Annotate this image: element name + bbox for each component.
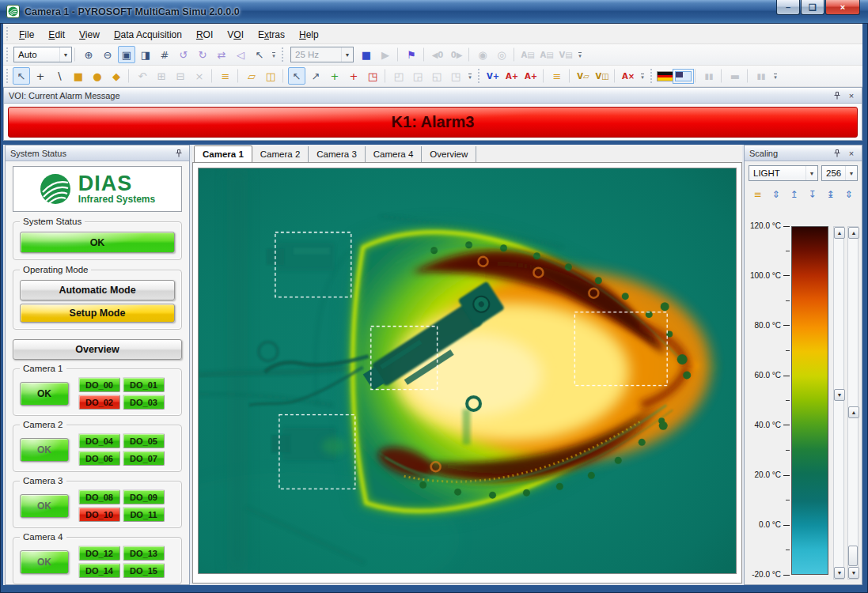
camera-ok-button[interactable]: OK [20, 382, 69, 406]
toolbar-grip[interactable] [6, 27, 9, 41]
do-indicator[interactable]: DO_07 [123, 451, 165, 466]
menu-voi[interactable]: VOI [220, 27, 251, 43]
close-icon[interactable]: × [846, 148, 857, 159]
menu-view[interactable]: View [72, 27, 107, 43]
toolbar-grip[interactable] [6, 69, 9, 83]
rect-roi-icon[interactable]: ■ [70, 67, 87, 85]
paste-icon[interactable]: ⊟ [172, 67, 189, 85]
do-indicator[interactable]: DO_10 [78, 507, 120, 522]
delete-voi-icon[interactable]: A× [620, 67, 637, 85]
frequency-select[interactable]: 25 Hz ▼ [290, 47, 354, 62]
point-roi-icon[interactable]: + [32, 67, 49, 85]
camera-ok-button[interactable]: OK [20, 550, 69, 574]
zoom-mode-select[interactable]: Auto ▼ [13, 47, 72, 62]
system-status-ok-button[interactable]: OK [20, 232, 175, 253]
open-voi-icon[interactable]: V▱ [574, 67, 592, 85]
tab-overview[interactable]: Overview [422, 146, 476, 162]
scroll-down-button[interactable]: ▼ [834, 567, 845, 579]
german-flag-icon[interactable] [657, 71, 673, 81]
save-data-icon[interactable]: A▤ [519, 46, 536, 63]
menu-edit[interactable]: Edit [41, 27, 72, 43]
tab-camera-4[interactable]: Camera 4 [366, 146, 423, 162]
save-reference-icon[interactable]: ◎ [493, 46, 510, 63]
save-voi-icon[interactable]: V◫ [593, 67, 611, 85]
do-indicator[interactable]: DO_05 [123, 433, 165, 448]
do-indicator[interactable]: DO_04 [78, 433, 120, 448]
flip-vertical-icon[interactable]: ◁ [232, 46, 249, 63]
rotate-left-icon[interactable]: ↺ [175, 46, 192, 63]
toolbar-grip[interactable] [477, 69, 480, 83]
do-indicator[interactable]: DO_09 [123, 489, 165, 504]
toolbar-overflow-icon[interactable]: ▾ [269, 47, 279, 62]
do-indicator[interactable]: DO_12 [78, 546, 120, 561]
compress-range-icon[interactable]: ↨ [823, 187, 838, 202]
raise-max-icon[interactable]: ↥ [787, 187, 802, 202]
layout-single-icon[interactable]: ▬ [726, 67, 744, 85]
auto-range-icon[interactable]: ⇕ [841, 187, 856, 202]
do-indicator[interactable]: DO_08 [78, 489, 120, 504]
ellipse-roi-icon[interactable]: ● [89, 67, 106, 85]
select-pointer-icon[interactable]: ↖ [13, 67, 30, 85]
do-indicator[interactable]: DO_13 [123, 546, 165, 561]
jump-start-icon[interactable]: ◀0 [429, 46, 446, 63]
add-voi-icon[interactable]: V+ [484, 67, 502, 85]
jump-end-icon[interactable]: 0▶ [448, 46, 465, 63]
menu-extras[interactable]: Extras [251, 27, 292, 43]
roi-properties-icon[interactable]: ≡ [217, 67, 234, 85]
scroll-down-button[interactable]: ▼ [848, 567, 859, 579]
lower-min-icon[interactable]: ↧ [805, 187, 820, 202]
delete-roi-icon[interactable]: × [191, 67, 208, 85]
rotate-right-icon[interactable]: ↻ [194, 46, 211, 63]
zoom-out-icon[interactable]: ⊖ [99, 46, 116, 63]
tab-camera-2[interactable]: Camera 2 [252, 146, 309, 162]
add-alarm-icon[interactable]: A+ [503, 67, 521, 85]
toolbar-overflow-icon[interactable]: ▾ [638, 68, 647, 84]
full-image-icon[interactable]: ◨ [137, 46, 154, 63]
do-indicator[interactable]: DO_02 [78, 395, 120, 410]
camera-ok-button[interactable]: OK [20, 494, 69, 518]
camera-ok-button[interactable]: OK [20, 438, 69, 462]
pin-icon[interactable] [173, 148, 184, 159]
zoom-select-icon[interactable]: ↖ [251, 46, 268, 63]
toolbar-overflow-icon[interactable]: ▾ [771, 68, 780, 84]
do-indicator[interactable]: DO_15 [123, 563, 165, 578]
layout-two-pane-icon[interactable]: ▮▮ [700, 67, 718, 85]
overview-button[interactable]: Overview [13, 339, 182, 360]
toolbar-overflow-icon[interactable]: ▾ [575, 47, 585, 62]
maximize-button[interactable]: ❑ [801, 0, 824, 15]
tab-camera-1[interactable]: Camera 1 [194, 145, 252, 163]
arrange-back-icon[interactable]: ◲ [409, 67, 426, 85]
alarm-roi-icon[interactable]: ◳ [364, 67, 381, 85]
arrange-front-icon[interactable]: ◰ [390, 67, 407, 85]
copy-icon[interactable]: ⊞ [153, 67, 170, 85]
pin-icon[interactable] [832, 90, 843, 101]
undo-icon[interactable]: ↶ [134, 67, 151, 85]
max-scrollbar[interactable]: ▲ ▼ ▼ [833, 226, 844, 580]
add-alarm-message-icon[interactable]: A+ [522, 67, 540, 85]
scrollbar-thumb[interactable] [848, 546, 858, 566]
save-snapshot-icon[interactable]: ◉ [474, 46, 491, 63]
toolbar-grip[interactable] [6, 47, 9, 62]
toolbar-grip[interactable] [281, 47, 284, 62]
title-bar[interactable]: Camera 1 - PYROSOFT MultiCam Simu 2.0.0.… [0, 0, 868, 24]
grid-icon[interactable]: # [156, 46, 173, 63]
layout-split-icon[interactable]: ▮▮ [752, 67, 770, 85]
do-indicator[interactable]: DO_01 [123, 377, 165, 392]
menu-roi[interactable]: ROI [189, 27, 220, 43]
max-thumb-button[interactable]: ▼ [834, 389, 845, 401]
us-flag-icon[interactable] [675, 71, 692, 81]
play-icon[interactable]: ▶ [377, 46, 394, 63]
export-data-icon[interactable]: V▤ [557, 46, 574, 63]
menu-file[interactable]: File [12, 27, 41, 43]
add-alarm-roi-icon[interactable]: + [345, 67, 362, 85]
min-thumb-button[interactable]: ▲ [848, 406, 859, 418]
flip-horizontal-icon[interactable]: ⇄ [213, 46, 230, 63]
scroll-up-button[interactable]: ▲ [834, 227, 845, 239]
scaling-properties-icon[interactable]: ≡ [750, 187, 765, 202]
minimize-button[interactable]: – [776, 0, 800, 15]
arrange-down-icon[interactable]: ◳ [447, 67, 464, 85]
close-button[interactable]: × [825, 0, 860, 15]
palette-select[interactable]: LIGHT ▼ [749, 165, 818, 181]
open-roi-icon[interactable]: ▱ [243, 67, 260, 85]
scroll-up-button[interactable]: ▲ [848, 227, 859, 239]
